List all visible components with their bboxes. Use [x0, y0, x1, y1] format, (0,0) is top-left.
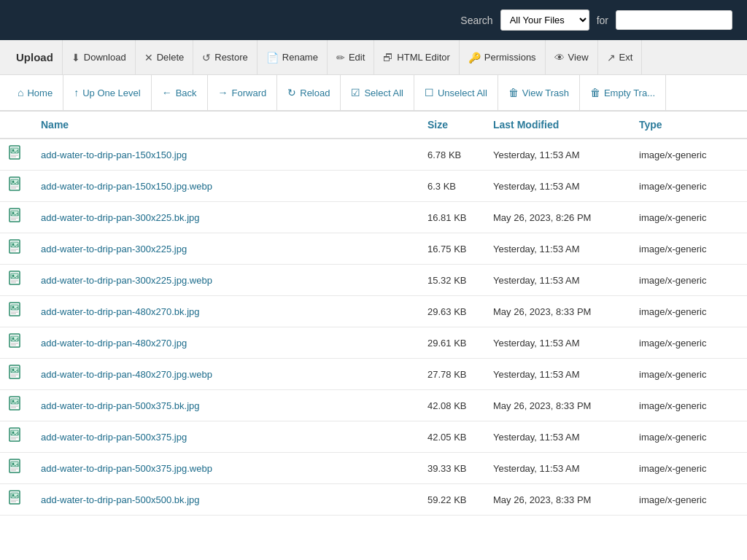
- table-row[interactable]: add-water-to-drip-pan-480x270.jpg.webp27…: [0, 359, 747, 390]
- back-button[interactable]: ← Back: [152, 75, 208, 110]
- file-image-icon: [9, 427, 23, 443]
- file-type: image/x-generic: [630, 265, 747, 296]
- file-size: 39.33 KB: [419, 453, 484, 484]
- table-row[interactable]: add-water-to-drip-pan-300x225.jpg16.75 K…: [0, 233, 747, 265]
- file-image-icon: [9, 176, 23, 192]
- file-image-icon: [9, 490, 23, 506]
- file-type: image/x-generic: [630, 421, 747, 453]
- table-row[interactable]: add-water-to-drip-pan-480x270.bk.jpg29.6…: [0, 296, 747, 327]
- file-modified: May 26, 2023, 8:33 PM: [484, 296, 630, 327]
- file-size: 42.08 KB: [419, 390, 484, 421]
- file-name[interactable]: add-water-to-drip-pan-500x500.bk.jpg: [32, 484, 419, 516]
- select-all-label: Select All: [364, 88, 403, 98]
- file-type: image/x-generic: [630, 202, 747, 233]
- col-modified[interactable]: Last Modified: [484, 112, 630, 139]
- file-size: 42.05 KB: [419, 421, 484, 453]
- table-row[interactable]: add-water-to-drip-pan-150x150.jpg6.78 KB…: [0, 139, 747, 171]
- select-all-button[interactable]: ☑ Select All: [341, 75, 414, 110]
- file-name[interactable]: add-water-to-drip-pan-480x270.bk.jpg: [32, 296, 419, 327]
- reload-icon: ↻: [287, 87, 296, 98]
- reload-label: Reload: [300, 88, 330, 98]
- file-type: image/x-generic: [630, 484, 747, 516]
- file-name[interactable]: add-water-to-drip-pan-500x375.jpg: [32, 421, 419, 453]
- col-size[interactable]: Size: [419, 112, 484, 139]
- edit-button[interactable]: ✏ Edit: [328, 40, 374, 74]
- upload-button[interactable]: Upload: [7, 40, 63, 74]
- search-label: Search: [460, 15, 492, 26]
- file-icon-cell: [0, 359, 32, 390]
- permissions-button[interactable]: 🔑 Permissions: [460, 40, 546, 74]
- file-icon-cell: [0, 421, 32, 453]
- html-editor-button[interactable]: 🗗 HTML Editor: [374, 40, 459, 74]
- rename-button[interactable]: 📄 Rename: [258, 40, 328, 74]
- file-name[interactable]: add-water-to-drip-pan-150x150.jpg: [32, 139, 419, 171]
- navbar: ⌂ Home ↑ Up One Level ← Back → Forward ↻…: [0, 75, 747, 112]
- file-name[interactable]: add-water-to-drip-pan-480x270.jpg: [32, 327, 419, 359]
- permissions-icon: 🔑: [468, 52, 481, 63]
- col-type[interactable]: Type: [630, 112, 747, 139]
- file-size: 59.22 KB: [419, 484, 484, 516]
- restore-icon: ↺: [202, 52, 211, 63]
- table-row[interactable]: add-water-to-drip-pan-500x375.bk.jpg42.0…: [0, 390, 747, 421]
- table-row[interactable]: add-water-to-drip-pan-500x375.jpg42.05 K…: [0, 421, 747, 453]
- file-icon-cell: [0, 390, 32, 421]
- forward-button[interactable]: → Forward: [208, 75, 278, 110]
- file-modified: Yesterday, 11:53 AM: [484, 359, 630, 390]
- table-row[interactable]: add-water-to-drip-pan-300x225.jpg.webp15…: [0, 265, 747, 296]
- restore-button[interactable]: ↺ Restore: [193, 40, 258, 74]
- table-row[interactable]: add-water-to-drip-pan-150x150.jpg.webp6.…: [0, 171, 747, 202]
- ext-icon: ↗: [607, 52, 616, 63]
- file-name[interactable]: add-water-to-drip-pan-500x375.jpg.webp: [32, 453, 419, 484]
- view-button[interactable]: 👁 View: [546, 40, 598, 74]
- file-icon-cell: [0, 265, 32, 296]
- ext-label: Ext: [619, 52, 633, 63]
- table-row[interactable]: add-water-to-drip-pan-480x270.jpg29.61 K…: [0, 327, 747, 359]
- file-name[interactable]: add-water-to-drip-pan-300x225.jpg.webp: [32, 265, 419, 296]
- empty-trash-icon: 🗑: [590, 87, 600, 98]
- file-image-icon: [9, 365, 23, 381]
- file-modified: Yesterday, 11:53 AM: [484, 171, 630, 202]
- file-name[interactable]: add-water-to-drip-pan-480x270.jpg.webp: [32, 359, 419, 390]
- file-image-icon: [9, 333, 23, 349]
- file-type: image/x-generic: [630, 171, 747, 202]
- table-row[interactable]: add-water-to-drip-pan-500x500.bk.jpg59.2…: [0, 484, 747, 516]
- file-icon-cell: [0, 233, 32, 265]
- file-name[interactable]: add-water-to-drip-pan-500x375.bk.jpg: [32, 390, 419, 421]
- table-row[interactable]: add-water-to-drip-pan-500x375.jpg.webp39…: [0, 453, 747, 484]
- file-name[interactable]: add-water-to-drip-pan-300x225.jpg: [32, 233, 419, 265]
- search-scope-select[interactable]: All Your Files Current Folder File Names…: [500, 9, 589, 31]
- unselect-all-button[interactable]: ☐ Unselect All: [414, 75, 498, 110]
- up-one-level-label: Up One Level: [82, 88, 141, 98]
- file-icon-cell: [0, 202, 32, 233]
- file-size: 6.3 KB: [419, 171, 484, 202]
- search-input[interactable]: [616, 10, 732, 30]
- file-modified: Yesterday, 11:53 AM: [484, 139, 630, 171]
- file-name[interactable]: add-water-to-drip-pan-300x225.bk.jpg: [32, 202, 419, 233]
- file-name[interactable]: add-water-to-drip-pan-150x150.jpg.webp: [32, 171, 419, 202]
- file-type: image/x-generic: [630, 233, 747, 265]
- up-one-level-button[interactable]: ↑ Up One Level: [63, 75, 152, 110]
- view-icon: 👁: [554, 52, 565, 63]
- file-modified: Yesterday, 11:53 AM: [484, 265, 630, 296]
- file-image-icon: [9, 239, 23, 255]
- col-name[interactable]: Name: [32, 112, 419, 139]
- reload-button[interactable]: ↻ Reload: [277, 75, 341, 110]
- back-label: Back: [176, 88, 197, 98]
- up-icon: ↑: [74, 87, 79, 98]
- for-label: for: [597, 15, 608, 26]
- view-trash-icon: 🗑: [508, 87, 519, 98]
- home-icon: ⌂: [18, 87, 23, 98]
- file-modified: May 26, 2023, 8:33 PM: [484, 484, 630, 516]
- file-table: Name Size Last Modified Type add-water-t…: [0, 112, 747, 516]
- file-modified: Yesterday, 11:53 AM: [484, 327, 630, 359]
- table-row[interactable]: add-water-to-drip-pan-300x225.bk.jpg16.8…: [0, 202, 747, 233]
- file-image-icon: [9, 396, 23, 412]
- delete-button[interactable]: ✕ Delete: [136, 40, 194, 74]
- file-type: image/x-generic: [630, 296, 747, 327]
- rename-label: Rename: [282, 52, 318, 63]
- view-trash-button[interactable]: 🗑 View Trash: [498, 75, 580, 110]
- empty-trash-button[interactable]: 🗑 Empty Tra...: [580, 75, 666, 110]
- ext-button[interactable]: ↗ Ext: [598, 40, 643, 74]
- download-button[interactable]: ⬇ Download: [63, 40, 136, 74]
- home-button[interactable]: ⌂ Home: [7, 75, 63, 110]
